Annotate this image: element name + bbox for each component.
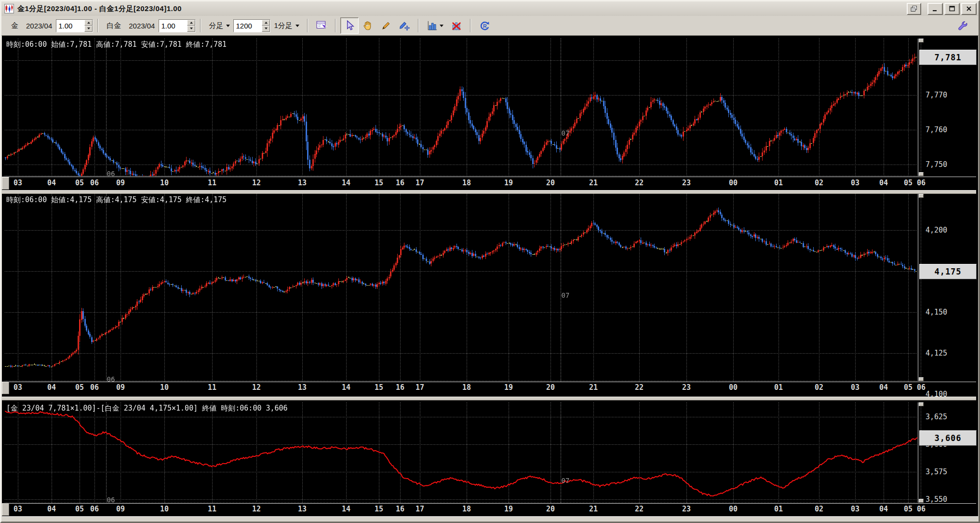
maximize-icon — [949, 5, 955, 12]
bar-count-up-button[interactable] — [262, 20, 270, 26]
spread-hour-label: 02 — [812, 505, 826, 513]
minimize-button[interactable] — [927, 3, 943, 15]
platinum-hour-label: 09 — [113, 383, 128, 392]
spread-hour-label: 21 — [586, 505, 601, 513]
axis-corner — [2, 382, 9, 394]
gold-hour-label: 13 — [295, 179, 309, 187]
axis-separator-line — [2, 503, 976, 504]
gold-hour-label: 21 — [586, 179, 601, 187]
spread-hour-label: 23 — [679, 505, 694, 513]
pointer-tool-button[interactable] — [340, 17, 359, 34]
cursor-icon — [344, 20, 355, 31]
platinum-multiplier-input[interactable] — [159, 20, 187, 32]
gold-session-date-label: 06 — [107, 170, 115, 178]
bar-count-input[interactable] — [234, 20, 262, 32]
reload-button[interactable]: R — [475, 17, 494, 34]
axis-separator-line — [2, 177, 976, 177]
chart-style-dropdown[interactable] — [423, 17, 447, 34]
spread-session-date-label: 06 — [107, 496, 115, 504]
gold-price-tick-label: 7,760 — [926, 125, 947, 134]
platinum-price-axis: 4,2004,1754,1504,1254,100 — [925, 194, 976, 397]
spread-hour-label: 19 — [501, 505, 516, 513]
bar-unit-dropdown[interactable]: 1分足 — [270, 19, 302, 32]
gold-hour-label: 15 — [372, 179, 386, 187]
spread-hour-label: 05 — [72, 505, 87, 513]
gold-hour-label: 10 — [157, 179, 172, 187]
spread-hour-label: 10 — [157, 505, 172, 513]
bar-type-dropdown[interactable]: 分足 — [205, 19, 233, 32]
remove-study-button[interactable] — [447, 17, 466, 34]
platinum-chart-canvas[interactable] — [5, 194, 917, 381]
platinum-session-date-label: 06 — [107, 375, 115, 383]
platinum-hour-label: 15 — [372, 383, 386, 392]
gold-multiplier-down-button[interactable] — [84, 26, 93, 32]
platinum-hour-label: 06 — [914, 383, 928, 392]
platinum-price-scale-slider[interactable] — [918, 194, 924, 381]
platinum-hour-label: 10 — [157, 383, 172, 392]
titlebar[interactable]: 金1分足[2023/04]1.00 - 白金1分足[2023/04]1.00 — [1, 1, 979, 16]
spread-price-box: 3,606 — [919, 430, 977, 446]
pen-move-icon — [399, 20, 410, 31]
spread-chart-canvas[interactable] — [5, 402, 917, 503]
gold-multiplier-input[interactable] — [56, 20, 84, 32]
spread-slider-bottom-handle[interactable] — [919, 499, 924, 503]
toolbar-separator — [97, 19, 98, 32]
platinum-multiplier-up-button[interactable] — [187, 20, 195, 26]
spread-hour-label: 00 — [726, 505, 740, 513]
float-window-button[interactable] — [907, 3, 921, 15]
platinum-price-box: 4,175 — [919, 264, 977, 279]
spread-hour-label: 04 — [44, 505, 59, 513]
spread-hour-label: 13 — [295, 505, 309, 513]
spread-hour-label: 01 — [771, 505, 786, 513]
chart-mode-button[interactable] — [312, 17, 331, 34]
gold-month-label: 2023/04 — [26, 22, 52, 30]
spread-price-scale-slider[interactable] — [918, 402, 924, 503]
hand-icon — [362, 20, 374, 31]
platinum-hour-label: 00 — [726, 383, 740, 392]
platinum-hour-label: 04 — [876, 383, 891, 392]
maximize-button[interactable] — [944, 3, 960, 15]
toolbar-separator — [335, 19, 336, 32]
gold-hour-label: 05 — [72, 179, 87, 187]
platinum-hour-label: 01 — [771, 383, 786, 392]
gold-multiplier-up-button[interactable] — [84, 20, 93, 26]
gold-slider-top-handle[interactable] — [919, 39, 924, 42]
panel-divider[interactable] — [2, 190, 976, 194]
window-title: 金1分足[2023/04]1.00 - 白金1分足[2023/04]1.00 — [17, 4, 182, 14]
spread-hour-label: 15 — [372, 505, 386, 513]
bar-count-spinner — [233, 19, 270, 32]
draw-pencil-button[interactable] — [377, 17, 395, 34]
bar-count-down-button[interactable] — [262, 26, 270, 32]
float-window-icon — [910, 5, 918, 13]
trendline-move-button[interactable] — [395, 17, 414, 34]
app-window: 金1分足[2023/04]1.00 - 白金1分足[2023/04]1.00 — [0, 0, 980, 523]
spread-hour-label: 17 — [413, 505, 427, 513]
spread-price-tick-label: 3,625 — [926, 413, 947, 421]
gold-chart-canvas[interactable] — [5, 39, 917, 176]
platinum-slider-bottom-handle[interactable] — [919, 377, 924, 381]
gold-hour-label: 20 — [543, 179, 558, 187]
gold-hour-label: 03 — [11, 179, 25, 187]
platinum-hour-label: 16 — [393, 383, 407, 392]
gold-hour-label: 12 — [249, 179, 264, 187]
spread-slider-track — [921, 402, 921, 503]
platinum-multiplier-down-button[interactable] — [187, 26, 195, 32]
gold-hour-label: 17 — [413, 179, 427, 187]
close-button[interactable] — [961, 3, 977, 15]
axis-separator-line — [2, 382, 976, 382]
pan-tool-button[interactable] — [359, 17, 377, 34]
spread-price-tick-label: 3,575 — [926, 468, 947, 476]
platinum-slider-top-handle[interactable] — [919, 194, 924, 198]
status-strip — [2, 516, 978, 522]
platinum-hour-label: 03 — [11, 383, 25, 392]
settings-wrench-button[interactable] — [953, 17, 972, 34]
spread-hour-label: 14 — [339, 505, 353, 513]
gold-slider-bottom-handle[interactable] — [919, 172, 924, 176]
gold-hour-label: 09 — [113, 179, 128, 187]
gold-hour-label: 00 — [726, 179, 740, 187]
spread-slider-top-handle[interactable] — [919, 402, 924, 406]
panel-divider[interactable] — [2, 397, 976, 400]
spread-hour-label: 06 — [87, 505, 102, 513]
platinum-hour-label: 12 — [249, 383, 264, 392]
platinum-hour-label: 13 — [295, 383, 309, 392]
